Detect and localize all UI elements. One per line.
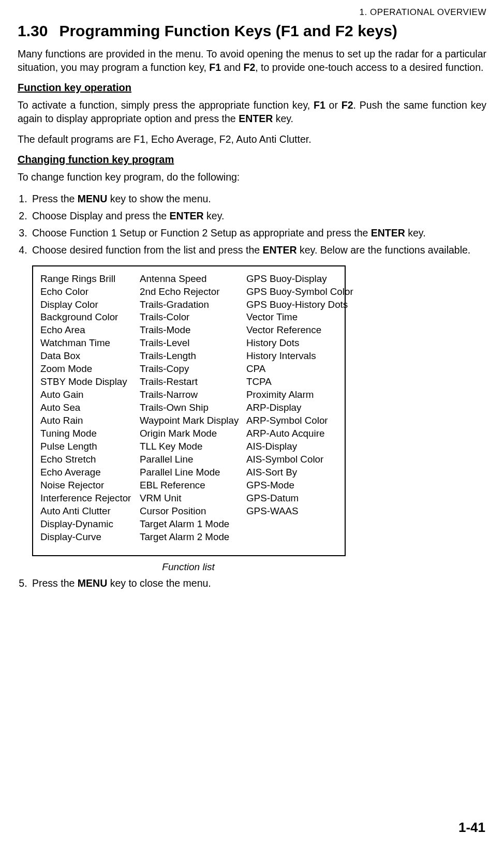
function-item: Noise Rejector — [40, 479, 140, 492]
changing-paragraph: To change function key program, do the f… — [18, 171, 486, 184]
function-item: Auto Anti Clutter — [40, 505, 140, 518]
function-item: Background Color — [40, 311, 140, 324]
function-item: Vector Reference — [246, 324, 353, 337]
function-item: EBL Reference — [140, 479, 246, 492]
function-item: GPS-Mode — [246, 479, 353, 492]
function-item: Display-Curve — [40, 531, 140, 544]
function-item: GPS Buoy-History Dots — [246, 299, 353, 311]
function-item: Waypoint Mark Display — [140, 414, 246, 427]
function-item: Trails-Mode — [140, 324, 246, 337]
function-item: Proximity Alarm — [246, 389, 353, 401]
step-3: Choose Function 1 Setup or Function 2 Se… — [30, 226, 486, 241]
function-item: Vector Time — [246, 311, 353, 324]
function-item: Trails-Color — [140, 311, 246, 324]
function-item: Trails-Copy — [140, 363, 246, 376]
operation-paragraph-2: The default programs are F1, Echo Averag… — [18, 133, 486, 146]
function-item: AIS-Sort By — [246, 466, 353, 479]
function-item: Auto Sea — [40, 401, 140, 414]
step-4: Choose desired function from the list an… — [30, 243, 486, 258]
function-item: History Intervals — [246, 350, 353, 363]
function-item: ARP-Symbol Color — [246, 414, 353, 427]
function-item: Range Rings Brill — [40, 273, 140, 286]
page: 1. OPERATIONAL OVERVIEW 1.30Programming … — [0, 0, 504, 848]
function-item: Parallel Line — [140, 453, 246, 466]
section-title-text: Programming Function Keys (F1 and F2 key… — [59, 22, 397, 39]
function-item: GPS-Datum — [246, 492, 353, 505]
function-col-1: Range Rings BrillEcho ColorDisplay Color… — [40, 273, 140, 544]
function-item: Auto Rain — [40, 414, 140, 427]
function-columns: Range Rings BrillEcho ColorDisplay Color… — [40, 273, 337, 544]
intro-paragraph: Many functions are provided in the menu.… — [18, 48, 486, 75]
function-item: Antenna Speed — [140, 273, 246, 286]
function-item: Echo Area — [40, 324, 140, 337]
figure-caption: Function list — [18, 561, 359, 573]
function-item: Display Color — [40, 299, 140, 311]
subhead-operation: Function key operation — [18, 82, 486, 94]
function-item: AIS-Symbol Color — [246, 453, 353, 466]
function-item: GPS Buoy-Symbol Color — [246, 286, 353, 299]
function-item: ARP-Display — [246, 401, 353, 414]
function-item: Echo Color — [40, 286, 140, 299]
function-item: 2nd Echo Rejector — [140, 286, 246, 299]
function-col-3: GPS Buoy-DisplayGPS Buoy-Symbol ColorGPS… — [246, 273, 353, 544]
page-number: 1-41 — [458, 820, 485, 836]
function-item: Trails-Narrow — [140, 389, 246, 401]
section-number: 1.30 — [18, 22, 48, 40]
function-list-box: Range Rings BrillEcho ColorDisplay Color… — [32, 265, 346, 557]
function-item: TCPA — [246, 376, 353, 389]
function-item: Tuning Mode — [40, 427, 140, 440]
step-1: Press the MENU key to show the menu. — [30, 191, 486, 206]
function-item: Cursor Position — [140, 505, 246, 518]
function-item: GPS-WAAS — [246, 505, 353, 518]
function-item: Data Box — [40, 350, 140, 363]
subhead-changing: Changing function key program — [18, 154, 486, 166]
function-item: Trails-Own Ship — [140, 401, 246, 414]
function-item: Pulse Length — [40, 440, 140, 453]
section-heading: 1.30Programming Function Keys (F1 and F2… — [18, 22, 486, 40]
function-item: STBY Mode Display — [40, 376, 140, 389]
function-item: Target Alarm 2 Mode — [140, 531, 246, 544]
function-item: TLL Key Mode — [140, 440, 246, 453]
operation-paragraph-1: To activate a function, simply press the… — [18, 99, 486, 126]
step-2: Choose Display and press the ENTER key. — [30, 209, 486, 224]
function-item: ARP-Auto Acquire — [246, 427, 353, 440]
steps-list-part2: Press the MENU key to close the menu. — [18, 576, 486, 591]
running-header: 1. OPERATIONAL OVERVIEW — [18, 7, 486, 18]
function-item: Trails-Level — [140, 337, 246, 350]
function-item: Trails-Length — [140, 350, 246, 363]
function-col-2: Antenna Speed2nd Echo RejectorTrails-Gra… — [140, 273, 246, 544]
function-item: Trails-Restart — [140, 376, 246, 389]
function-item: Echo Average — [40, 466, 140, 479]
function-item: Trails-Gradation — [140, 299, 246, 311]
function-item: History Dots — [246, 337, 353, 350]
step-5: Press the MENU key to close the menu. — [30, 576, 486, 591]
function-item: Target Alarm 1 Mode — [140, 518, 246, 531]
function-item: Interference Rejector — [40, 492, 140, 505]
function-item: GPS Buoy-Display — [246, 273, 353, 286]
function-item: Display-Dynamic — [40, 518, 140, 531]
function-item: VRM Unit — [140, 492, 246, 505]
function-item: AIS-Display — [246, 440, 353, 453]
function-item: Echo Stretch — [40, 453, 140, 466]
function-item: Watchman Time — [40, 337, 140, 350]
function-item: Auto Gain — [40, 389, 140, 401]
function-item: Zoom Mode — [40, 363, 140, 376]
function-item: Parallel Line Mode — [140, 466, 246, 479]
function-item: Origin Mark Mode — [140, 427, 246, 440]
function-item: CPA — [246, 363, 353, 376]
steps-list-part1: Press the MENU key to show the menu. Cho… — [18, 191, 486, 258]
